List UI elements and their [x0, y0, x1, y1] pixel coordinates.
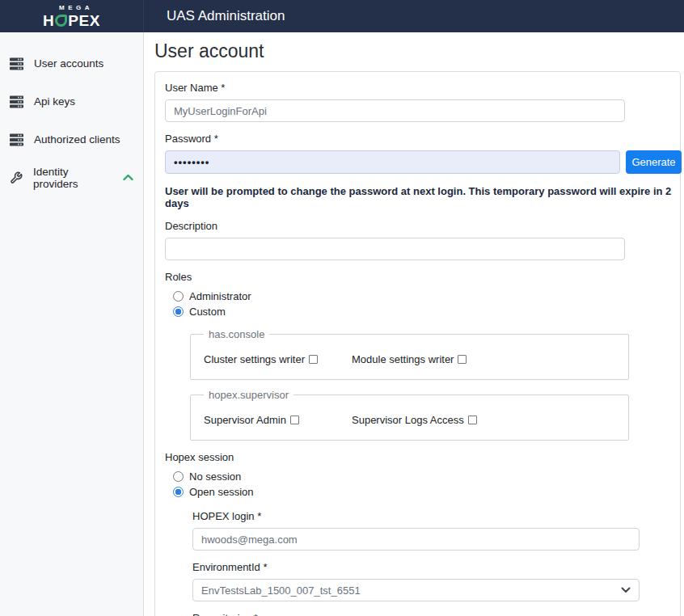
session-option-open-session[interactable]: Open session — [173, 484, 680, 500]
server-list-icon — [10, 133, 23, 146]
repositories-label: Repositories * — [192, 612, 680, 616]
environment-id-label: EnvironmentId * — [192, 561, 680, 573]
cluster-settings-writer-checkbox[interactable]: Cluster settings writer — [204, 353, 352, 365]
checkbox-unchecked-icon — [468, 416, 477, 424]
radio-unchecked-icon — [173, 291, 184, 302]
generate-password-button[interactable]: Generate — [626, 150, 682, 174]
mega-hopex-logo: MEGA HPEX — [0, 0, 144, 32]
chevron-down-icon — [621, 587, 631, 593]
user-account-form: User Name * Password * Generate User wil… — [154, 71, 681, 616]
user-name-label: User Name * — [165, 82, 680, 94]
role-option-administrator[interactable]: Administrator — [173, 289, 680, 304]
open-session-settings: HOPEX login * EnvironmentId * EnvTestsLa… — [192, 510, 680, 616]
checkbox-unchecked-icon — [309, 355, 318, 364]
hopex-session-radio-group: No session Open session — [173, 469, 680, 500]
supervisor-logs-access-checkbox[interactable]: Supervisor Logs Access — [352, 414, 477, 426]
radio-checked-icon — [173, 487, 184, 497]
description-input[interactable] — [165, 238, 625, 260]
logo-hopex-text: HPEX — [43, 13, 100, 28]
sidebar-item-identity-providers[interactable]: Identity providers — [0, 158, 143, 196]
hopex-supervisor-legend: hopex.supervisor — [204, 389, 293, 401]
password-label: Password * — [165, 133, 680, 145]
password-input[interactable] — [165, 150, 620, 174]
checkbox-unchecked-icon — [458, 355, 467, 364]
hopex-supervisor-group: hopex.supervisor Supervisor Admin Superv… — [190, 389, 629, 441]
hopex-session-label: Hopex session — [165, 451, 680, 463]
server-list-icon — [10, 57, 23, 70]
role-option-custom[interactable]: Custom — [173, 304, 680, 319]
radio-checked-icon — [173, 306, 184, 317]
wrench-icon — [10, 171, 23, 184]
hopex-login-label: HOPEX login * — [192, 510, 680, 522]
sidebar: User accounts Api keys — [0, 32, 144, 616]
user-name-input[interactable] — [165, 99, 625, 122]
environment-id-select[interactable]: EnvTestsLab_1500_007_tst_6551 — [192, 579, 640, 601]
radio-unchecked-icon — [173, 471, 184, 482]
description-label: Description — [165, 220, 680, 232]
roles-label: Roles — [165, 271, 680, 283]
app-title: UAS Administration — [167, 8, 285, 24]
sidebar-item-label: User accounts — [34, 57, 103, 70]
checkbox-unchecked-icon — [290, 416, 299, 424]
session-option-no-session[interactable]: No session — [173, 469, 680, 484]
module-settings-writer-checkbox[interactable]: Module settings writer — [352, 353, 467, 365]
roles-radio-group: Administrator Custom — [173, 289, 680, 319]
sidebar-item-label: Identity providers — [33, 166, 112, 190]
chevron-up-icon — [123, 174, 133, 181]
sidebar-item-authorized-clients[interactable]: Authorized clients — [0, 120, 143, 158]
sidebar-item-label: Authorized clients — [34, 133, 120, 146]
has-console-legend: has.console — [204, 328, 269, 340]
sidebar-item-api-keys[interactable]: Api keys — [0, 82, 143, 120]
hopex-o-icon — [55, 15, 67, 27]
has-console-group: has.console Cluster settings writer Modu… — [190, 328, 629, 380]
supervisor-admin-checkbox[interactable]: Supervisor Admin — [204, 414, 352, 426]
password-expiry-note: User will be prompted to change the pass… — [165, 185, 680, 209]
app-header: MEGA HPEX UAS Administration — [0, 0, 684, 32]
server-list-icon — [10, 95, 23, 108]
logo-mega-text: MEGA — [59, 5, 93, 11]
page-title: User account — [154, 40, 684, 62]
main-content: User account User Name * Password * Gene… — [144, 32, 684, 616]
hopex-login-input[interactable] — [192, 528, 640, 551]
sidebar-item-label: Api keys — [34, 95, 75, 108]
sidebar-item-user-accounts[interactable]: User accounts — [0, 44, 143, 82]
